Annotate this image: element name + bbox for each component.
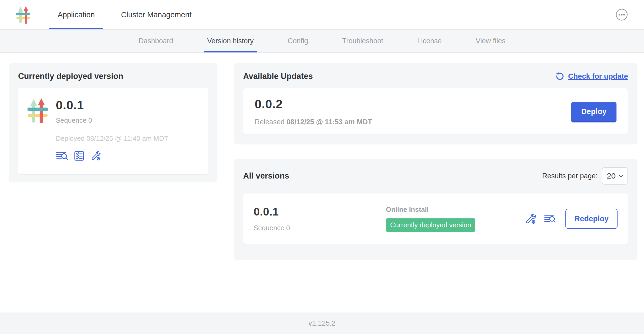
- released-date: 08/12/25 @ 11:53 am MDT: [287, 118, 372, 126]
- deploy-button[interactable]: Deploy: [571, 102, 616, 121]
- chevron-down-icon: [619, 175, 623, 177]
- subnav-tab-dashboard-label: Dashboard: [139, 37, 173, 45]
- ellipsis-circle-icon: [616, 9, 628, 21]
- available-update-info: 0.0.2 Released 08/12/25 @ 11:53 am MDT: [255, 97, 372, 126]
- tab-cluster-management-label: Cluster Management: [121, 10, 192, 19]
- release-notes-search-icon: [56, 151, 68, 161]
- version-row: 0.0.1 Sequence 0 Online Install Currentl…: [243, 193, 628, 244]
- current-version-actions: [56, 150, 168, 161]
- preflight-checklist-button[interactable]: [74, 150, 85, 161]
- currently-deployed-badge: Currently deployed version: [386, 218, 475, 232]
- available-updates-panel: Available Updates Check for update 0.0.2…: [234, 63, 637, 144]
- overflow-menu-button[interactable]: [616, 0, 628, 29]
- preflight-checklist-icon: [74, 150, 85, 161]
- subnav-tab-troubleshoot[interactable]: Troubleshoot: [339, 30, 386, 52]
- currently-deployed-panel: Currently deployed version 0.0.1 Sequenc…: [9, 63, 217, 182]
- subnav-tab-view-files[interactable]: View files: [473, 30, 509, 52]
- available-updates-header: Available Updates Check for update: [243, 72, 628, 81]
- app-subnav: Dashboard Version history Config Trouble…: [0, 30, 644, 53]
- results-per-page-value: 20: [607, 171, 615, 180]
- app-logo: [16, 0, 30, 29]
- released-prefix: Released: [255, 118, 285, 126]
- subnav-tab-version-history-label: Version history: [207, 37, 254, 45]
- config-wrench-button[interactable]: [525, 213, 537, 225]
- subnav-tab-config-label: Config: [288, 37, 308, 45]
- release-notes-search-icon: [544, 214, 556, 223]
- subnav-tab-version-history[interactable]: Version history: [204, 30, 257, 52]
- all-versions-panel: All versions Results per page: 20 0.0.: [234, 159, 637, 260]
- console-footer: v1.125.2: [0, 313, 644, 334]
- redeploy-button[interactable]: Redeploy: [565, 209, 618, 229]
- results-per-page: Results per page: 20: [542, 167, 628, 185]
- update-version-number: 0.0.2: [255, 97, 372, 111]
- app-logo-icon: [16, 6, 30, 24]
- release-notes-search-button[interactable]: [56, 151, 68, 161]
- results-per-page-label: Results per page:: [542, 172, 598, 180]
- current-version-number: 0.0.1: [56, 98, 168, 112]
- subnav-tab-license[interactable]: License: [414, 30, 445, 52]
- console-version: v1.125.2: [308, 319, 336, 327]
- check-for-update-label: Check for update: [568, 72, 628, 80]
- available-updates-title: Available Updates: [243, 72, 313, 81]
- config-wrench-icon: [525, 213, 537, 225]
- admin-console-page: Application Cluster Management Dashboard…: [0, 0, 644, 334]
- app-header: Application Cluster Management: [0, 0, 644, 30]
- check-for-update-link[interactable]: Check for update: [555, 72, 628, 81]
- main-content: Currently deployed version 0.0.1 Sequenc…: [0, 53, 644, 313]
- app-logo-icon: [28, 98, 48, 123]
- results-per-page-select[interactable]: 20: [602, 167, 628, 185]
- current-version-deployed-at: Deployed 08/12/25 @ 11:40 am MDT: [56, 134, 168, 143]
- release-notes-search-button[interactable]: [544, 214, 556, 223]
- subnav-tab-config[interactable]: Config: [285, 30, 311, 52]
- config-wrench-button[interactable]: [90, 150, 101, 161]
- update-released-line: Released 08/12/25 @ 11:53 am MDT: [255, 118, 372, 126]
- version-row-actions: Redeploy: [525, 209, 618, 229]
- header-spacer: [200, 0, 616, 29]
- version-row-version-column: 0.0.1 Sequence 0: [254, 206, 386, 232]
- subnav-tab-license-label: License: [417, 37, 442, 45]
- tab-application[interactable]: Application: [49, 0, 103, 29]
- current-version-sequence: Sequence 0: [56, 116, 168, 125]
- config-wrench-icon: [90, 150, 101, 161]
- row-version-number: 0.0.1: [254, 206, 386, 218]
- row-version-sequence: Sequence 0: [254, 224, 386, 232]
- current-version-info: 0.0.1 Sequence 0 Deployed 08/12/25 @ 11:…: [56, 98, 168, 164]
- version-row-status-column: Online Install Currently deployed versio…: [386, 206, 525, 232]
- currently-deployed-card: 0.0.1 Sequence 0 Deployed 08/12/25 @ 11:…: [18, 88, 208, 174]
- tab-cluster-management[interactable]: Cluster Management: [113, 0, 200, 29]
- right-column: Available Updates Check for update 0.0.2…: [234, 63, 637, 313]
- subnav-tab-troubleshoot-label: Troubleshoot: [342, 37, 383, 45]
- refresh-icon: [555, 72, 564, 81]
- available-update-card: 0.0.2 Released 08/12/25 @ 11:53 am MDT D…: [243, 88, 628, 134]
- subnav-tab-view-files-label: View files: [476, 37, 506, 45]
- tab-application-label: Application: [58, 10, 95, 19]
- app-tabs: Application Cluster Management: [49, 0, 200, 29]
- all-versions-header: All versions Results per page: 20: [243, 167, 628, 185]
- install-type-label: Online Install: [386, 206, 429, 214]
- all-versions-title: All versions: [243, 171, 289, 181]
- currently-deployed-title: Currently deployed version: [18, 72, 208, 81]
- subnav-tab-dashboard[interactable]: Dashboard: [135, 30, 176, 52]
